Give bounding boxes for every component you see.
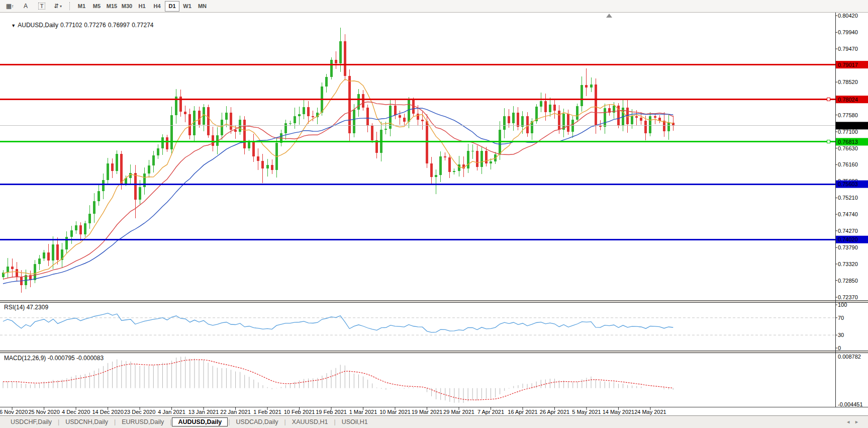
symbol-tabbar: USDCHF,Daily|USDCNH,Daily|EURUSD,Daily|A… (0, 415, 868, 428)
text-box-button[interactable]: T (34, 1, 49, 12)
price-axis-ticks: 0.804200.799400.794700.789900.785200.780… (835, 13, 858, 300)
svg-text:0.76160: 0.76160 (838, 161, 858, 167)
svg-text:19 Mar 2021: 19 Mar 2021 (412, 409, 443, 415)
chart-shift-marker[interactable] (606, 14, 612, 18)
svg-text:0.75603: 0.75603 (838, 181, 858, 187)
svg-text:0.77100: 0.77100 (838, 129, 858, 135)
hline-handle[interactable] (827, 140, 830, 143)
timeframe-button-d1[interactable]: D1 (165, 1, 179, 12)
svg-text:0.78520: 0.78520 (838, 79, 858, 85)
svg-text:0.77274: 0.77274 (838, 123, 858, 129)
svg-text:4 Jan 2021: 4 Jan 2021 (158, 409, 185, 415)
svg-text:19 Feb 2021: 19 Feb 2021 (316, 409, 347, 415)
tab-usdcad[interactable]: USDCAD,Daily (231, 417, 284, 426)
tab-scroll-arrows: ◄► (846, 419, 863, 424)
tab-separator: | (334, 418, 335, 425)
timeframe-button-m15[interactable]: M15 (105, 1, 119, 12)
timeframe-button-m30[interactable]: M30 (120, 1, 134, 12)
svg-text:0.74740: 0.74740 (838, 211, 858, 217)
rsi-indicator-label: RSI(14) 47.2309 (4, 304, 48, 311)
svg-text:29 Mar 2021: 29 Mar 2021 (443, 409, 474, 415)
svg-text:10 Feb 2021: 10 Feb 2021 (284, 409, 315, 415)
chart-templates-button[interactable]: ▦f (2, 1, 17, 12)
arrows-icon: ⇵ (54, 3, 59, 10)
rsi-line (3, 313, 673, 332)
timeframe-button-h4[interactable]: H4 (150, 1, 164, 12)
ohlc-low: 0.76997 (108, 22, 130, 29)
svg-text:25 Nov 2020: 25 Nov 2020 (28, 409, 59, 415)
ohlc-open: 0.77102 (60, 22, 82, 29)
svg-text:22 Jan 2021: 22 Jan 2021 (220, 409, 251, 415)
svg-text:30: 30 (838, 332, 844, 338)
ohlc-high: 0.77276 (84, 22, 106, 29)
symbol-dropdown-icon[interactable]: ▼ (11, 23, 16, 28)
tab-separator: | (228, 418, 230, 425)
tab-usoil[interactable]: USOil,H1 (336, 417, 373, 426)
timeframe-button-w1[interactable]: W1 (180, 1, 195, 12)
svg-text:0.76630: 0.76630 (838, 145, 858, 151)
timeframe-button-h1[interactable]: H1 (135, 1, 149, 12)
tab-audusd[interactable]: AUDUSD,Daily (172, 417, 228, 426)
chart-canvas[interactable]: 0.804200.799400.794700.789900.785200.780… (0, 0, 868, 428)
svg-text:0.79017: 0.79017 (838, 62, 858, 68)
svg-text:23 Dec 2020: 23 Dec 2020 (124, 409, 155, 415)
svg-text:0.74020: 0.74020 (838, 236, 858, 242)
svg-text:0: 0 (838, 345, 841, 351)
rsi-panel[interactable]: 10070300 (0, 302, 847, 351)
svg-text:16 Apr 2021: 16 Apr 2021 (508, 409, 537, 415)
svg-text:0.79940: 0.79940 (838, 29, 858, 35)
text-a-icon: A (24, 3, 28, 10)
tab-eurusd[interactable]: EURUSD,Daily (116, 417, 169, 426)
toolbar: ▦f A T ⇵ ▾ M1M5M15M30H1H4D1W1MN (0, 0, 868, 13)
symbol-label: AUDUSD,Daily (18, 22, 58, 29)
svg-text:0.75210: 0.75210 (838, 195, 858, 201)
panel-frames (0, 12, 868, 407)
svg-text:70: 70 (838, 315, 844, 321)
tab-usdcnh[interactable]: USDCNH,Daily (60, 417, 114, 426)
chevron-down-icon: ▾ (60, 4, 62, 9)
ohlc-close: 0.77274 (132, 22, 153, 29)
svg-text:14 May 2021: 14 May 2021 (603, 409, 635, 415)
svg-text:0.008782: 0.008782 (838, 354, 861, 360)
svg-text:0.73320: 0.73320 (838, 261, 858, 267)
svg-text:0.77580: 0.77580 (838, 112, 858, 118)
grid-dots-icon: ▦ (6, 3, 12, 10)
tab-usdchf[interactable]: USDCHF,Daily (5, 417, 57, 426)
horizontal-lines (0, 65, 835, 240)
tabbar-tabs: USDCHF,Daily|USDCNH,Daily|EURUSD,Daily|A… (5, 417, 373, 426)
svg-text:16 Nov 2020: 16 Nov 2020 (0, 409, 28, 415)
svg-text:26 Apr 2021: 26 Apr 2021 (540, 409, 569, 415)
svg-text:0.78024: 0.78024 (838, 97, 858, 103)
tab-xauusd[interactable]: XAUUSD,H1 (286, 417, 334, 426)
svg-text:7 Apr 2021: 7 Apr 2021 (477, 409, 504, 415)
svg-text:14 Dec 2020: 14 Dec 2020 (92, 409, 123, 415)
arrow-objects-button[interactable]: ⇵ ▾ (50, 1, 65, 12)
svg-text:1 Mar 2021: 1 Mar 2021 (349, 409, 377, 415)
svg-text:13 Jan 2021: 13 Jan 2021 (188, 409, 219, 415)
hline-handle[interactable] (827, 98, 830, 101)
macd-panel[interactable]: 0.008782-0.004451 (3, 354, 863, 407)
tab-separator: | (170, 418, 171, 425)
tab-separator: | (58, 418, 59, 425)
timeframe-button-mn[interactable]: MN (195, 1, 210, 12)
text-label-button[interactable]: A (18, 1, 33, 12)
tab-scroll-left-icon[interactable]: ◄ (846, 419, 854, 424)
svg-text:-0.004451: -0.004451 (838, 401, 863, 407)
svg-text:5 May 2021: 5 May 2021 (572, 409, 601, 415)
macd-indicator-label: MACD(12,26,9) -0.000795 -0.000083 (4, 355, 104, 362)
svg-text:100: 100 (838, 302, 847, 308)
svg-text:0.74270: 0.74270 (838, 228, 858, 234)
svg-text:24 May 2021: 24 May 2021 (634, 409, 666, 415)
timeframe-button-m5[interactable]: M5 (89, 1, 104, 12)
timeframe-button-m1[interactable]: M1 (74, 1, 89, 12)
svg-text:4 Dec 2020: 4 Dec 2020 (62, 409, 90, 415)
toolbar-separator (69, 2, 70, 10)
tab-separator: | (114, 418, 116, 425)
svg-text:0.76813: 0.76813 (838, 139, 858, 145)
svg-text:0.72370: 0.72370 (838, 294, 858, 300)
mt4-window: ▦f A T ⇵ ▾ M1M5M15M30H1H4D1W1MN 0.804200… (0, 0, 868, 428)
tab-scroll-right-icon[interactable]: ► (854, 419, 863, 424)
chart-title: ▼AUDUSD,Daily0.771020.772760.769970.7727… (5, 15, 156, 36)
candlesticks (2, 28, 674, 293)
svg-text:0.79470: 0.79470 (838, 46, 858, 52)
